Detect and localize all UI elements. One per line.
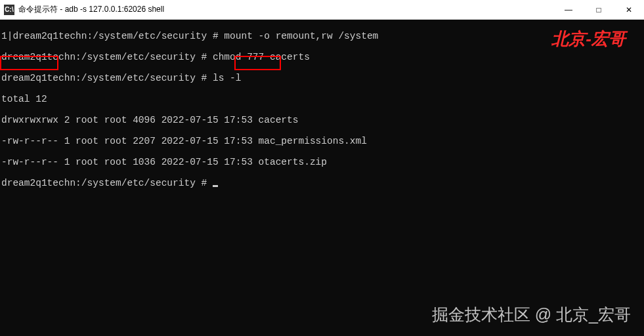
command-text: chmod 777 cacerts (213, 52, 310, 62)
prompt-text: dream2q1techn:/system/etc/security # (1, 52, 213, 62)
terminal-line: dream2q1techn:/system/etc/security # (1, 178, 643, 188)
prompt-text: dream2q1techn:/system/etc/security # (1, 178, 213, 188)
terminal-line: total 12 (1, 94, 643, 104)
maximize-button[interactable]: □ (584, 0, 614, 20)
terminal-line: dream2q1techn:/system/etc/security # ls … (1, 73, 643, 83)
prompt-text: dream2q1techn:/system/etc/security # (1, 73, 213, 83)
command-text: ls -l (213, 73, 242, 83)
prompt-text: dream2q1techn:/system/etc/security # (12, 31, 224, 41)
terminal-line: 1|dream2q1techn:/system/etc/security # m… (1, 31, 643, 41)
terminal-line: dream2q1techn:/system/etc/security # chm… (1, 52, 643, 62)
window-title: 命令提示符 - adb -s 127.0.0.1:62026 shell (18, 4, 164, 15)
line-prefix: 1| (1, 31, 12, 41)
terminal-line: -rw-r--r-- 1 root root 2207 2022-07-15 1… (1, 136, 643, 146)
close-button[interactable]: ✕ (614, 0, 644, 20)
command-text: mount -o remount,rw /system (224, 31, 378, 41)
cursor-icon (213, 185, 218, 187)
terminal-line: drwxrwxrwx 2 root root 4096 2022-07-15 1… (1, 115, 643, 125)
terminal-line: -rw-r--r-- 1 root root 1036 2022-07-15 1… (1, 157, 643, 167)
minimize-button[interactable]: — (553, 0, 584, 20)
terminal-output[interactable]: 1|dream2q1techn:/system/etc/security # m… (0, 20, 644, 336)
window-titlebar: C:\ 命令提示符 - adb -s 127.0.0.1:62026 shell… (0, 0, 644, 20)
app-icon: C:\ (4, 5, 14, 15)
